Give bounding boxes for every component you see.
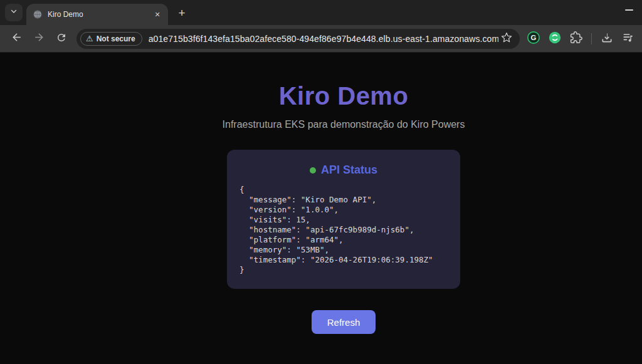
api-status-card: API Status { "message": "Kiro Demo API",…	[227, 150, 460, 289]
tab-kiro-demo[interactable]: Kiro Demo ✕	[26, 4, 168, 25]
svg-text:G: G	[531, 34, 537, 41]
status-dot-icon	[310, 167, 316, 174]
page-title: Kiro Demo	[23, 82, 642, 110]
toolbar-divider	[591, 33, 592, 44]
browser-window: Kiro Demo ✕ + ⚠	[0, 0, 642, 364]
refresh-icon	[56, 32, 67, 46]
browser-toolbar: ⚠ Not secure a01e715b3f6f143efa15ba02afe…	[0, 25, 642, 53]
grammarly-icon: G	[527, 31, 540, 47]
tab-strip: Kiro Demo ✕ +	[0, 0, 642, 25]
minimize-button[interactable]	[616, 0, 642, 20]
download-icon	[601, 31, 613, 46]
security-chip[interactable]: ⚠ Not secure	[80, 32, 142, 46]
downloads-button[interactable]	[598, 30, 616, 48]
puzzle-piece-icon	[570, 31, 582, 46]
forward-arrow-icon	[33, 31, 45, 46]
forward-button[interactable]	[29, 29, 49, 49]
page-subtitle: Infraestrutura EKS para demonstração do …	[23, 119, 642, 130]
tab-title: Kiro Demo	[48, 10, 152, 19]
url-text[interactable]: a01e715b3f6f143efa15ba02afece580-494ef86…	[149, 34, 498, 44]
chevron-down-icon	[9, 7, 18, 18]
api-status-header: API Status	[310, 164, 377, 177]
security-chip-label: Not secure	[97, 34, 135, 43]
page-content: Kiro Demo Infraestrutura EKS para demons…	[0, 53, 642, 364]
bookmark-button[interactable]	[498, 31, 515, 47]
api-status-title: API Status	[321, 164, 377, 177]
tab-search-button[interactable]	[5, 4, 23, 21]
bookmark-star-icon	[501, 32, 512, 46]
new-tab-button[interactable]: +	[173, 4, 191, 22]
grammarly-extension-button[interactable]: G	[525, 30, 542, 48]
address-bar[interactable]: ⚠ Not secure a01e715b3f6f143efa15ba02afe…	[76, 29, 520, 49]
green-swirl-icon	[548, 31, 562, 47]
extensions-menu-button[interactable]	[567, 30, 585, 48]
media-controls-button[interactable]	[619, 30, 637, 48]
media-playlist-icon	[622, 31, 634, 46]
back-button[interactable]	[6, 29, 26, 49]
minimize-icon	[625, 9, 633, 11]
back-arrow-icon	[11, 31, 23, 46]
green-extension-button[interactable]	[546, 30, 564, 48]
warning-triangle-icon: ⚠	[86, 34, 93, 43]
refresh-button[interactable]: Refresh	[312, 310, 376, 334]
globe-favicon-icon	[33, 9, 43, 19]
tab-close-icon[interactable]: ✕	[152, 9, 163, 20]
extensions-area: G	[525, 30, 637, 48]
window-controls	[616, 0, 642, 20]
refresh-page-button[interactable]	[51, 29, 71, 49]
api-json-output: { "message": "Kiro Demo API", "version":…	[239, 185, 448, 275]
